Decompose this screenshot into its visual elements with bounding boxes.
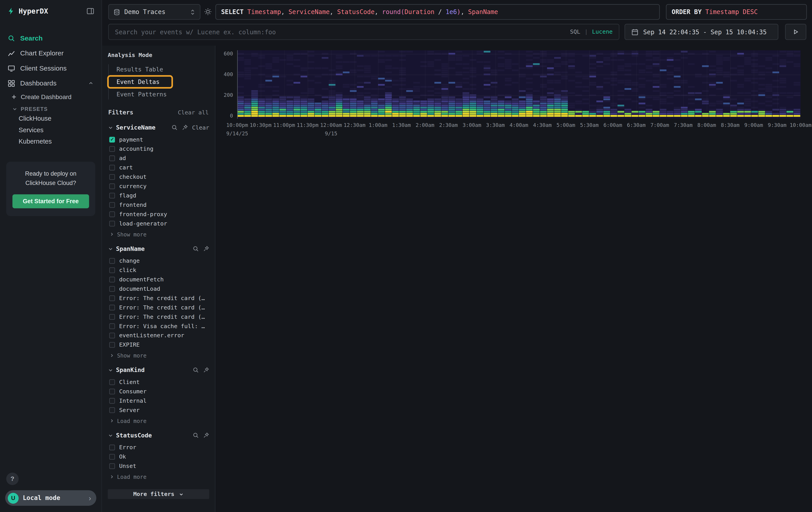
checkbox[interactable]: [109, 174, 115, 180]
filter-checkbox-server[interactable]: Server: [108, 405, 209, 414]
filter-checkbox-accounting[interactable]: accounting: [108, 144, 209, 153]
filter-checkbox-documentfetch[interactable]: documentFetch: [108, 275, 209, 284]
sidebar-item-search[interactable]: Search: [0, 30, 102, 46]
app-logo[interactable]: HyperDX: [7, 7, 48, 15]
filter-group-clear-button[interactable]: Clear: [192, 124, 209, 131]
checkbox[interactable]: [109, 388, 115, 394]
checkbox[interactable]: [109, 136, 115, 142]
checkbox[interactable]: [109, 202, 115, 208]
filter-checkbox-frontend-proxy[interactable]: frontend-proxy: [108, 209, 209, 219]
checkbox[interactable]: [109, 304, 115, 310]
order-by-editor[interactable]: ORDER BY Timestamp DESC: [666, 4, 807, 20]
filter-checkbox-click[interactable]: click: [108, 265, 209, 275]
sidebar-item-chart-explorer[interactable]: Chart Explorer: [0, 46, 102, 61]
magnifier-icon[interactable]: [193, 367, 199, 373]
checkbox[interactable]: [109, 276, 115, 282]
preset-item-kubernetes[interactable]: Kubernetes: [0, 136, 102, 147]
filter-checkbox-documentload[interactable]: documentLoad: [108, 284, 209, 293]
checkbox[interactable]: [109, 146, 115, 152]
filter-checkbox-payment[interactable]: payment: [108, 135, 209, 144]
checkbox[interactable]: [109, 379, 115, 385]
sidebar-collapse-icon[interactable]: [86, 7, 94, 15]
filter-checkbox-checkout[interactable]: checkout: [108, 172, 209, 182]
filter-checkbox-expire[interactable]: EXPIRE: [108, 340, 209, 349]
checkbox[interactable]: [109, 398, 115, 404]
create-dashboard-button[interactable]: Create Dashboard: [0, 90, 102, 103]
magnifier-icon[interactable]: [171, 125, 178, 131]
filter-checkbox-eventlistener-error[interactable]: eventListener.error: [108, 330, 209, 340]
filter-group-show-more-button[interactable]: Show more: [108, 228, 209, 237]
checkbox[interactable]: [109, 193, 115, 198]
checkbox[interactable]: [109, 211, 115, 217]
filter-group-name[interactable]: ServiceName: [116, 124, 155, 131]
checkbox[interactable]: [109, 407, 115, 413]
filter-checkbox-error-the-credit-card[interactable]: Error: The credit card (…: [108, 293, 209, 303]
help-button[interactable]: ?: [6, 473, 19, 485]
pin-icon[interactable]: [203, 367, 209, 373]
filter-checkbox-currency[interactable]: currency: [108, 182, 209, 191]
pin-icon[interactable]: [203, 246, 209, 252]
filter-group-load-more-button[interactable]: Load more: [108, 414, 209, 424]
checkbox[interactable]: [109, 267, 115, 273]
checkbox[interactable]: [109, 221, 115, 226]
user-menu[interactable]: U Local mode ›: [5, 490, 96, 506]
filter-checkbox-unset[interactable]: Unset: [108, 461, 209, 470]
filter-checkbox-ok[interactable]: Ok: [108, 452, 209, 461]
heatmap-canvas[interactable]: [237, 50, 801, 119]
source-selector[interactable]: Demo Traces: [108, 4, 201, 20]
filter-group-load-more-button[interactable]: Load more: [108, 470, 209, 480]
filter-checkbox-error[interactable]: Error: [108, 442, 209, 452]
checkbox[interactable]: [109, 183, 115, 189]
sidebar-item-dashboards[interactable]: Dashboards: [0, 76, 102, 91]
analysis-mode-option-event-deltas[interactable]: Event Deltas: [109, 77, 171, 87]
checkbox[interactable]: [109, 295, 115, 301]
filter-checkbox-cart[interactable]: cart: [108, 163, 209, 172]
checkbox[interactable]: [109, 164, 115, 170]
filter-group-name[interactable]: StatusCode: [116, 432, 152, 439]
checkbox[interactable]: [109, 323, 115, 329]
checkbox[interactable]: [109, 463, 115, 469]
filter-checkbox-frontend[interactable]: frontend: [108, 200, 209, 210]
filter-checkbox-flagd[interactable]: flagd: [108, 191, 209, 200]
run-query-button[interactable]: [785, 24, 806, 40]
preset-item-clickhouse[interactable]: ClickHouse: [0, 113, 102, 124]
filter-group-show-more-button[interactable]: Show more: [108, 349, 209, 359]
filter-checkbox-error-the-credit-card[interactable]: Error: The credit card (…: [108, 312, 209, 321]
filter-checkbox-internal[interactable]: Internal: [108, 396, 209, 405]
checkbox[interactable]: [109, 342, 115, 348]
filter-checkbox-load-generator[interactable]: load-generator: [108, 219, 209, 228]
magnifier-icon[interactable]: [193, 432, 199, 438]
filter-checkbox-error-visa-cache-full[interactable]: Error: Visa cache full: …: [108, 321, 209, 330]
pin-icon[interactable]: [203, 432, 209, 438]
sidebar-item-client-sessions[interactable]: Client Sessions: [0, 60, 102, 76]
date-range-picker[interactable]: Sep 14 22:04:35 - Sep 15 10:04:35: [625, 24, 778, 40]
checkbox[interactable]: [109, 454, 115, 459]
mode-toggle-lucene[interactable]: Lucene: [592, 28, 613, 35]
preset-item-services[interactable]: Services: [0, 125, 102, 136]
checkbox[interactable]: [109, 332, 115, 338]
filter-checkbox-ad[interactable]: ad: [108, 153, 209, 163]
checkbox[interactable]: [109, 286, 115, 292]
filter-checkbox-change[interactable]: change: [108, 256, 209, 265]
gear-icon[interactable]: [204, 8, 212, 16]
analysis-mode-option-event-patterns[interactable]: Event Patterns: [109, 89, 209, 100]
checkbox[interactable]: [109, 258, 115, 264]
checkbox[interactable]: [109, 155, 115, 161]
sql-query-editor[interactable]: SELECT Timestamp, ServiceName, StatusCod…: [215, 4, 660, 20]
mode-toggle-sql[interactable]: SQL: [570, 28, 580, 35]
get-started-button[interactable]: Get Started for Free: [12, 194, 89, 208]
pin-icon[interactable]: [182, 125, 188, 131]
filter-group-name[interactable]: SpanName: [116, 245, 145, 252]
clear-all-filters-button[interactable]: Clear all: [178, 109, 209, 116]
magnifier-icon[interactable]: [193, 246, 199, 252]
analysis-mode-option-results-table[interactable]: Results Table: [109, 64, 209, 75]
search-input[interactable]: [115, 28, 566, 36]
presets-toggle[interactable]: PRESETS: [0, 103, 102, 113]
filter-group-name[interactable]: SpanKind: [116, 367, 145, 374]
filter-checkbox-consumer[interactable]: Consumer: [108, 387, 209, 396]
more-filters-button[interactable]: More filters: [108, 489, 209, 499]
filter-checkbox-error-the-credit-card[interactable]: Error: The credit card (…: [108, 302, 209, 312]
checkbox[interactable]: [109, 444, 115, 450]
checkbox[interactable]: [109, 314, 115, 320]
filter-checkbox-client[interactable]: Client: [108, 377, 209, 387]
